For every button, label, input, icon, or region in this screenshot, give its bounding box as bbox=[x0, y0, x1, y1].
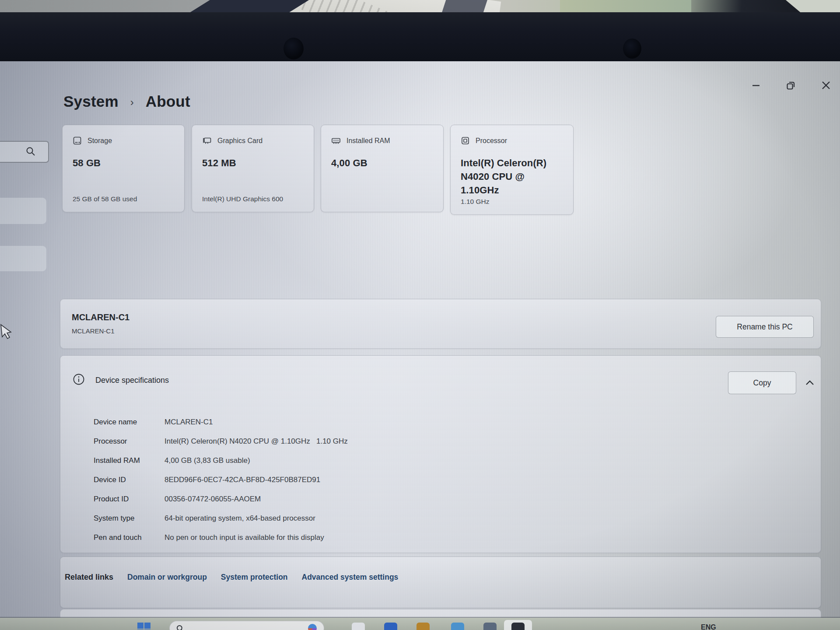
taskbar-open-app[interactable] bbox=[504, 620, 532, 630]
spec-row: System type 64-bit operating system, x64… bbox=[60, 509, 821, 528]
spec-row: Pen and touch No pen or touch input is a… bbox=[60, 528, 821, 547]
bezel-hole-right bbox=[623, 38, 641, 59]
search-icon bbox=[176, 624, 185, 630]
close-button[interactable] bbox=[816, 77, 836, 94]
card-label: Storage bbox=[88, 137, 112, 145]
taskbar-app-icon[interactable] bbox=[451, 623, 464, 630]
device-name-subtitle: MCLAREN-C1 bbox=[72, 327, 115, 335]
settings-window: System › About Storage 58 GB 25 GB of 58… bbox=[0, 61, 840, 630]
breadcrumb-separator-icon: › bbox=[130, 96, 134, 108]
spec-label: Pen and touch bbox=[94, 533, 164, 542]
spec-value: No pen or touch input is available for t… bbox=[164, 533, 324, 542]
taskbar-app-icon bbox=[511, 623, 525, 630]
spec-value: 8EDD96F6-0EC7-42CA-BF8D-425F0B87ED91 bbox=[164, 476, 320, 484]
minimize-button[interactable] bbox=[746, 77, 766, 94]
card-detail: 25 GB of 58 GB used bbox=[73, 195, 137, 203]
device-name-bar: MCLAREN-C1 MCLAREN-C1 Rename this PC bbox=[60, 299, 821, 349]
spec-value: Intel(R) Celeron(R) N4020 CPU @ 1.10GHz … bbox=[164, 437, 348, 446]
spec-row: Processor Intel(R) Celeron(R) N4020 CPU … bbox=[60, 432, 821, 451]
next-section-card-peek bbox=[60, 609, 821, 618]
spec-value: 4,00 GB (3,83 GB usable) bbox=[164, 456, 250, 465]
device-specifications-title: Device specifications bbox=[95, 376, 169, 385]
spec-row: Device name MCLAREN-C1 bbox=[60, 413, 821, 432]
spec-label: Device name bbox=[94, 418, 164, 427]
card-value: 58 GB bbox=[73, 156, 174, 170]
spec-label: System type bbox=[94, 514, 164, 523]
search-input[interactable] bbox=[0, 141, 49, 163]
card-label: Installed RAM bbox=[346, 137, 390, 145]
taskbar-app-icon[interactable] bbox=[483, 623, 497, 630]
taskbar: ENG bbox=[0, 618, 840, 630]
page-title: About bbox=[146, 93, 190, 110]
breadcrumb-system[interactable]: System bbox=[63, 93, 119, 110]
bezel-hole-left bbox=[284, 38, 304, 60]
taskbar-app-icon[interactable] bbox=[416, 623, 430, 630]
spec-row: Device ID 8EDD96F6-0EC7-42CA-BF8D-425F0B… bbox=[60, 470, 821, 490]
installed-ram-card: Installed RAM 4,00 GB bbox=[321, 125, 444, 212]
spec-row: Installed RAM 4,00 GB (3,83 GB usable) bbox=[60, 451, 821, 470]
ram-icon bbox=[331, 136, 341, 145]
spec-label: Processor bbox=[94, 437, 164, 446]
close-icon bbox=[821, 80, 831, 90]
card-value: 512 MB bbox=[202, 156, 304, 170]
storage-card: Storage 58 GB 25 GB of 58 GB used bbox=[62, 125, 185, 212]
sidebar-item[interactable] bbox=[0, 198, 46, 224]
laptop-bezel bbox=[0, 12, 840, 61]
related-links-bar: Related links Domain or workgroup System… bbox=[60, 556, 821, 608]
device-specifications-panel: Device specifications Copy Device name M… bbox=[60, 355, 821, 553]
rename-pc-button[interactable]: Rename this PC bbox=[716, 316, 814, 338]
link-system-protection[interactable]: System protection bbox=[221, 573, 288, 582]
card-detail: 1.10 GHz bbox=[461, 198, 489, 206]
spec-value: 64-bit operating system, x64-based proce… bbox=[164, 514, 315, 523]
card-value: 4,00 GB bbox=[331, 156, 433, 170]
info-icon bbox=[73, 373, 85, 385]
window-controls bbox=[746, 77, 836, 94]
restore-icon bbox=[786, 80, 796, 91]
graphics-card-icon bbox=[202, 136, 212, 145]
language-indicator[interactable]: ENG bbox=[701, 623, 716, 630]
card-label: Graphics Card bbox=[217, 137, 262, 145]
link-advanced-system-settings[interactable]: Advanced system settings bbox=[302, 573, 399, 582]
spec-value: 00356-07472-06055-AAOEM bbox=[164, 495, 261, 504]
processor-card: Processor Intel(R) Celeron(R) N4020 CPU … bbox=[450, 125, 574, 215]
card-detail: Intel(R) UHD Graphics 600 bbox=[202, 195, 283, 203]
spec-label: Product ID bbox=[94, 495, 164, 504]
start-button[interactable] bbox=[136, 622, 151, 630]
search-icon bbox=[25, 146, 36, 157]
taskbar-search-box[interactable] bbox=[169, 621, 324, 630]
minimize-icon bbox=[751, 80, 761, 90]
taskbar-app-icon[interactable] bbox=[384, 623, 397, 630]
card-value: Intel(R) Celeron(R) N4020 CPU @ 1.10GHz bbox=[461, 156, 563, 197]
photo-background bbox=[0, 0, 840, 61]
link-domain-or-workgroup[interactable]: Domain or workgroup bbox=[127, 573, 207, 582]
spec-label: Device ID bbox=[94, 476, 164, 484]
mouse-cursor bbox=[0, 324, 13, 341]
chevron-up-icon[interactable] bbox=[804, 378, 816, 389]
spec-row: Product ID 00356-07472-06055-AAOEM bbox=[60, 490, 821, 509]
spec-value: MCLAREN-C1 bbox=[164, 418, 213, 427]
restore-button[interactable] bbox=[781, 77, 801, 94]
breadcrumb: System › About bbox=[63, 93, 190, 110]
graphics-card-card: Graphics Card 512 MB Intel(R) UHD Graphi… bbox=[192, 125, 314, 212]
processor-icon bbox=[461, 136, 470, 145]
sidebar-item[interactable] bbox=[0, 246, 46, 271]
card-label: Processor bbox=[476, 137, 507, 145]
spec-rows: Device name MCLAREN-C1 Processor Intel(R… bbox=[60, 413, 821, 547]
taskbar-app-icon[interactable] bbox=[352, 623, 365, 630]
related-links-label: Related links bbox=[65, 573, 113, 582]
bing-icon bbox=[308, 624, 317, 630]
spec-label: Installed RAM bbox=[94, 456, 164, 465]
device-name-title: MCLAREN-C1 bbox=[72, 312, 130, 322]
copy-button[interactable]: Copy bbox=[728, 371, 796, 394]
storage-icon bbox=[73, 136, 82, 145]
